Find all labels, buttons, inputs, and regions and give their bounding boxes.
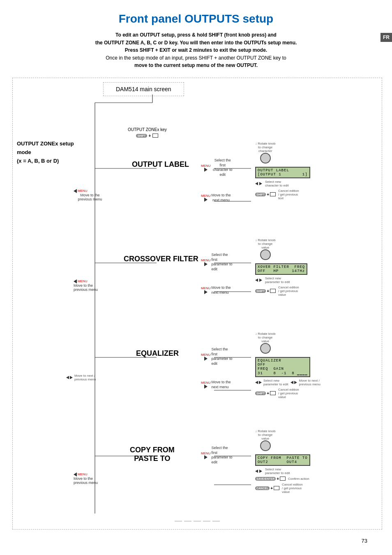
crossover-right-panel: ↓ Rotate knobto changevalue XOVER FILTER… <box>255 238 366 297</box>
copy-paste-title: COPY FROMPASTE TO <box>130 446 175 463</box>
crossover-filter-section: CROSSOVER FILTER <box>124 255 198 263</box>
crossover-select-first: MENU Select the firstparameter to edit <box>201 253 234 272</box>
equalizer-select-first: MENU Select the firstparameter to edit <box>201 347 234 366</box>
fr-badge: FR <box>380 33 392 42</box>
crossover-move-prev: MENU Move to theprevious menu <box>74 279 106 292</box>
output-zone-key: OUTPUT ZONEx key SHIFT + <box>128 127 167 138</box>
zone-key-rect <box>152 134 158 138</box>
output-label-move-next: MENU Move to thenext menu <box>201 193 234 203</box>
output-label-right-panel: ↓ Rotate knobto changecharacter OUTPUT L… <box>255 142 366 200</box>
copy-paste-select-first: MENU Select the firstparameter to edit <box>201 446 234 465</box>
output-zone-label: OUTPUT ZONEx setupmode(x = A, B, B or D) <box>17 140 74 165</box>
copy-paste-right-panel: ↓ Rotate knobto changevalue COPY FROM PA… <box>255 429 370 494</box>
equalizer-title: EQUALIZER <box>136 349 179 358</box>
page-title: Front panel OUTPUTS setup <box>12 12 380 25</box>
page-container: FR Front panel OUTPUTS setup To edit an … <box>0 0 392 555</box>
dam-main-screen-label: DAM514 main screen <box>116 86 171 92</box>
equalizer-move-next: MENU Move to thenext menu <box>201 380 234 389</box>
crossover-move-next: MENU Move to thenext menu <box>201 286 234 295</box>
output-label-move-prev: MENU Move to theprevious menu <box>74 189 106 201</box>
output-label-select-first: MENU Select the firstcharacter to edit <box>201 158 234 177</box>
equalizer-right-panel: ↓ Rotate knobto changevalue EQUALIZER OF… <box>255 332 370 399</box>
output-label-section: OUTPUT LABEL <box>132 160 189 169</box>
crossover-filter-title: CROSSOVER FILTER <box>124 255 198 263</box>
output-label-title: OUTPUT LABEL <box>132 160 189 169</box>
equalizer-move-prev: Move to next /previous menu <box>66 374 107 381</box>
copy-paste-section: COPY FROMPASTE TO <box>130 446 175 463</box>
equalizer-section: EQUALIZER <box>136 349 179 358</box>
shift-btn: SHIFT <box>136 134 147 138</box>
intro-text: To edit an OUTPUT setup, press & hold SH… <box>12 31 380 69</box>
copy-paste-move-prev: MENU Move to theprevious menu <box>74 472 106 485</box>
page-number: 73 <box>12 538 380 544</box>
